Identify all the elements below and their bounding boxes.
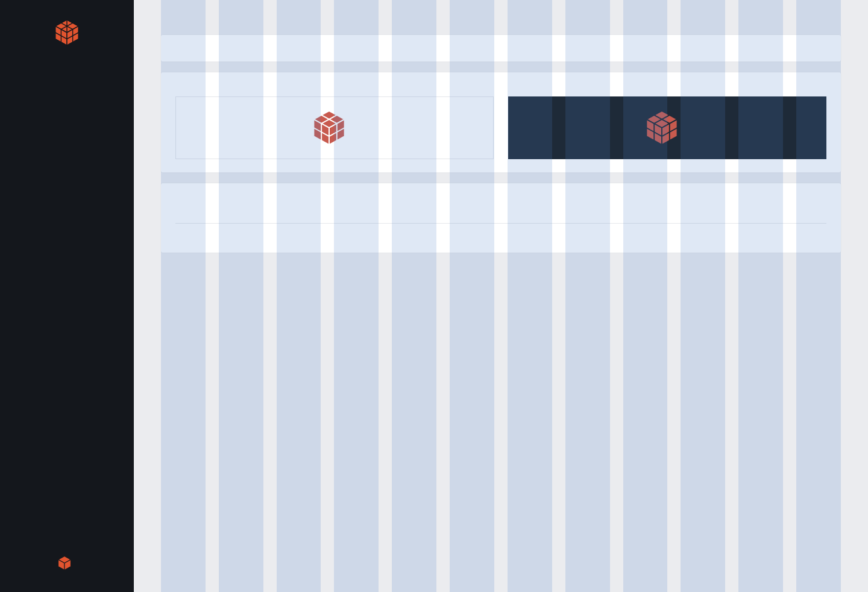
sidebar-item-panels[interactable] — [0, 231, 134, 242]
logo-row — [175, 96, 826, 159]
sidebar — [0, 0, 134, 592]
logos-card — [161, 72, 841, 172]
sidebar-footer-brand[interactable] — [0, 555, 134, 571]
sidebar-section-typography — [0, 115, 134, 125]
sidebar-item-colors[interactable] — [0, 95, 134, 106]
intro-card — [161, 35, 841, 61]
sidebar-item-modals[interactable] — [0, 221, 134, 231]
sidebar-footer — [0, 548, 134, 580]
sidebar-item-tables[interactable] — [0, 253, 134, 264]
sidebar-item-buttons[interactable] — [0, 199, 134, 210]
colors-primary-row — [175, 207, 826, 224]
sidebar-item-internationalization[interactable] — [0, 158, 134, 169]
sidebar-item-iconography[interactable] — [0, 136, 134, 147]
main-content — [134, 0, 868, 288]
sidebar-item-headings[interactable] — [0, 125, 134, 136]
sidebar-logo — [0, 18, 134, 47]
sidebar-section-branding — [0, 74, 134, 84]
cube-icon — [310, 109, 348, 147]
cube-icon — [643, 109, 681, 147]
sidebar-item-text-utilities[interactable] — [0, 147, 134, 158]
sidebar-section-components — [0, 177, 134, 188]
cube-icon — [57, 555, 72, 571]
sidebar-item-statuses[interactable] — [0, 242, 134, 253]
sidebar-item-alerts[interactable] — [0, 188, 134, 199]
colors-card — [161, 183, 841, 253]
sidebar-item-logos[interactable] — [0, 84, 134, 95]
sidebar-item-forms[interactable] — [0, 210, 134, 221]
logo-light — [175, 96, 494, 159]
logo-dark — [508, 96, 826, 159]
cube-icon — [52, 18, 81, 47]
